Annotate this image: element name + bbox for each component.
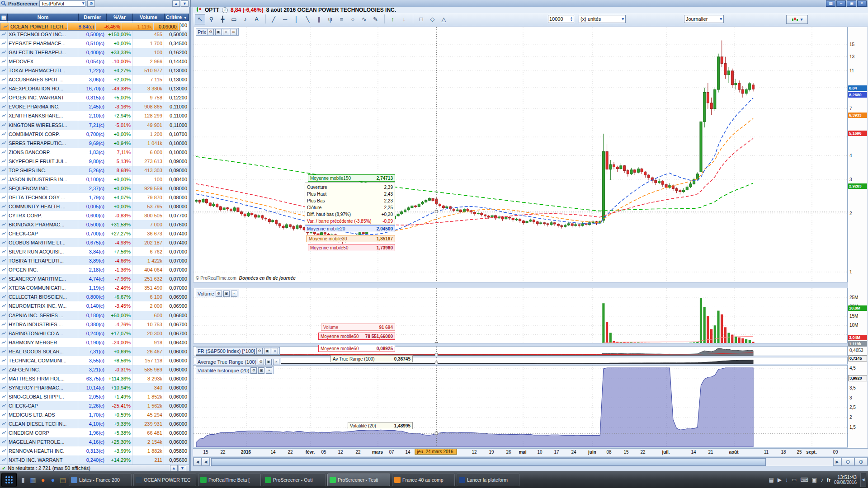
table-row[interactable]: KINGTONE WIRELESSI...7,21(c)-5,01%49 901… — [0, 121, 189, 130]
table-row[interactable]: NEUROMETRIX INC. W...0,140(c)-3,45%2 000… — [0, 301, 189, 310]
download-icon[interactable]: ↓ — [785, 477, 788, 483]
table-row[interactable]: SILVER RUN ACQUISI...3,84(c)+7,56%6 7620… — [0, 247, 189, 256]
table-row[interactable]: REAL GOODS SOLAR...7,31(c)+0,69%26 4670,… — [0, 347, 189, 356]
konsole-icon[interactable]: ▮ — [18, 474, 28, 485]
properties-icon[interactable]: ▣ — [264, 348, 270, 354]
volatility-panel-label[interactable]: Volatilité historique (20)⚙▣× — [196, 366, 274, 374]
taskbar-window-proscreener-outi[interactable]: ProScreener - Outi — [263, 474, 326, 486]
zoom-out-button[interactable]: ⊖ — [841, 458, 854, 466]
col-var[interactable]: %Var — [107, 14, 133, 21]
zoom-in-button[interactable]: ⊕ — [854, 458, 868, 466]
symbol-label[interactable]: OPTT — [205, 7, 219, 13]
freehand-icon[interactable]: ✎ — [370, 14, 381, 24]
table-row[interactable]: NXT-ID INC. WARRANT0,240(c)+14,29%2110,0… — [0, 455, 189, 465]
pointer-icon[interactable]: ↖ — [195, 14, 205, 24]
table-row[interactable]: SEANERGY MARITIME...4,74(c)-7,96%251 632… — [0, 274, 189, 283]
atr-panel[interactable] — [193, 357, 848, 364]
table-row[interactable]: OPGEN INC. WARRANT0,315(c)+5,00%9 7580,1… — [0, 93, 189, 102]
rectangle-zoom-icon[interactable]: □ — [416, 14, 426, 24]
taskbar-window-proscreener-testi[interactable]: ProScreener - Testi — [327, 474, 390, 486]
desktop-icon[interactable]: ▦ — [28, 474, 38, 485]
table-row[interactable]: ZIONS BANCORP.1,83(c)-7,11%6 0000,10000 — [0, 148, 189, 157]
table-row[interactable]: HYDRA INDUSTRIES ...0,380(c)-4,76%10 753… — [0, 320, 189, 329]
vertical-line-icon[interactable]: │ — [291, 14, 302, 24]
table-row[interactable]: EVOKE PHARMA INC.2,45(c)-3,16%908 8650,1… — [0, 102, 189, 111]
fr-panel[interactable] — [193, 346, 848, 356]
table-row[interactable]: XTERA COMMUNICATI...1,19(c)-2,46%351 490… — [0, 283, 189, 292]
taskbar-window-lancer-la-plateform[interactable]: Lancer la plateform — [457, 474, 519, 486]
segment-icon[interactable]: ╲ — [302, 14, 313, 24]
fibonacci-retracement-icon[interactable]: ≡ — [336, 14, 347, 24]
table-row[interactable]: CELLECTAR BIOSCIEN...0,800(c)+6,67%6 100… — [0, 292, 189, 301]
clipboard-icon[interactable]: ▤ — [769, 477, 774, 483]
scrollbar-track[interactable] — [210, 458, 833, 466]
price-panel-label[interactable]: Prix⚙▣×⊞ — [196, 28, 239, 36]
properties-icon[interactable]: ▣ — [265, 359, 272, 365]
table-row[interactable]: XENITH BANKSHARE...2,10(c)+2,94%128 2990… — [0, 111, 189, 120]
table-row[interactable]: SYNERGY PHARMAC...10,14(c)+10,94%3400,06… — [0, 383, 189, 392]
screener-scroll-down-button[interactable]: ▼ — [181, 0, 189, 7]
table-row[interactable]: XG TECHNOLOGY INC...0,500(c)+150,00%4550… — [0, 30, 189, 39]
keyboard-layout-indicator[interactable]: fr — [827, 477, 830, 483]
table-row[interactable]: CHECK-CAP0,700(c)+27,27%36 6730,07400 — [0, 229, 189, 238]
table-row[interactable]: SEQUENOM INC.2,37(c)+0,00%929 5590,08000 — [0, 184, 189, 193]
taskbar-window-ocean-power-tec[interactable]: OCEAN POWER TEC — [133, 474, 196, 486]
pitchfork-icon[interactable]: ψ — [325, 14, 335, 24]
table-header[interactable]: ▤ Nom Dernier %Var Volume Critère ▼ — [0, 14, 189, 21]
table-row[interactable]: SERES THERAPEUTIC...9,69(c)+0,94%1 041k0… — [0, 139, 189, 148]
screener-preset-select[interactable]: TestPblVol▾ — [39, 0, 85, 7]
minimize-button[interactable]: – — [836, 0, 846, 7]
firefox-icon[interactable]: ● — [38, 474, 48, 485]
notes-icon[interactable]: ▣ — [812, 477, 817, 483]
taskbar-window-france-40-au-comp[interactable]: France 40 au comp — [392, 474, 455, 486]
lasso-icon[interactable]: ◇ — [427, 14, 438, 24]
table-row[interactable]: COMBIMATRIX CORP.0,700(c)+0,00%1 2000,10… — [0, 130, 189, 139]
timeframe-select[interactable]: Journalier▾ — [684, 15, 724, 23]
table-row[interactable]: TOBIRA THERAPEUTI...3,89(c)-4,66%1 422k0… — [0, 256, 189, 265]
table-row[interactable]: SKYPEOPLE FRUIT JUI...9,80(c)-5,13%273 6… — [0, 157, 189, 166]
table-row[interactable]: COMMUNITY HEALTH ...0,005(c)+0,00%53 795… — [0, 202, 189, 211]
properties-icon[interactable]: ▣ — [223, 291, 230, 297]
properties-icon[interactable]: ▣ — [258, 367, 264, 374]
table-row[interactable]: GALECTIN THERAPEU...0,400(c)+33,33%1000,… — [0, 48, 189, 57]
table-row[interactable]: JASON INDUSTRIES IN...0,100(c)+0,00%1000… — [0, 175, 189, 184]
chart-style-button[interactable]: ▾ — [786, 15, 808, 24]
spinner-arrows-icon[interactable]: ▲▼ — [570, 16, 573, 22]
quantity-input[interactable]: 10000 ▲▼ — [548, 15, 574, 23]
table-row[interactable]: ZAFGEN INC.3,21(c)-0,31%585 9890,06000 — [0, 365, 189, 374]
scrollbar-thumb[interactable] — [211, 458, 766, 466]
atr-panel-label[interactable]: Average True Range (100)⚙▣× — [196, 358, 281, 366]
triangle-pattern-icon[interactable]: △ — [439, 14, 449, 24]
scroll-left-button[interactable]: ◀ — [202, 458, 210, 466]
table-row[interactable]: GLOBUS MARITIME LT...0,675(c)-4,93%202 1… — [0, 238, 189, 247]
close-icon[interactable]: × — [272, 348, 278, 354]
horizontal-line-icon[interactable]: ─ — [280, 14, 290, 24]
fr-panel-label[interactable]: FR (S&P500 Index) [*100]⚙▣× — [196, 347, 280, 355]
table-row[interactable]: BIONDVAX PHARMAC...0,500(c)+31,58%7 0000… — [0, 220, 189, 229]
units-select[interactable]: (x) unités▾ — [579, 15, 626, 23]
trend-line-icon[interactable]: ╱ — [269, 14, 279, 24]
table-row[interactable]: DELTA TECHNOLOGY ...1,79(c)+4,07%79 8700… — [0, 193, 189, 202]
text-note-icon[interactable]: A — [251, 14, 262, 24]
taskbar-window-listes-france-200[interactable]: Listes - France 200 — [69, 474, 132, 486]
wrench-icon[interactable]: ⚙ — [256, 348, 263, 354]
show-desktop-button[interactable]: ◀ — [860, 473, 866, 487]
info-icon[interactable]: i — [222, 7, 228, 13]
col-volume[interactable]: Volume — [133, 14, 165, 21]
table-row[interactable]: CAPNIA INC. SERIES ...0,180(c)+50,00%600… — [0, 311, 189, 320]
cross-cursor-icon[interactable]: ╋ — [217, 14, 228, 24]
add-icon[interactable]: ⊞ — [231, 29, 237, 35]
close-icon[interactable]: × — [231, 291, 237, 297]
table-row[interactable]: HARMONY MERGER0,190(c)-24,00%9180,06400 — [0, 338, 189, 347]
table-row[interactable]: BARINGTON/HILCO A...0,240(c)+17,07%20 30… — [0, 329, 189, 338]
taskbar-window-prorealtime-beta-[interactable]: ProRealTime Beta [ — [198, 474, 261, 486]
collapse-left-panel-button[interactable]: ◀ — [193, 458, 202, 466]
eraser-icon[interactable]: ▭ — [229, 14, 239, 24]
wrench-icon[interactable]: ⚙ — [208, 29, 214, 35]
col-critere[interactable]: Critère ▼ — [165, 14, 189, 21]
volume-panel[interactable] — [193, 288, 848, 343]
table-row[interactable]: TECHNICAL COMMUNI...3,55(c)+8,56%157 118… — [0, 356, 189, 365]
table-row[interactable]: MEDIGUS LTD. ADS1,70(c)+0,59%45 2940,060… — [0, 410, 189, 419]
status-up-button[interactable]: ▲ — [170, 465, 178, 471]
display-icon[interactable]: ▭ — [792, 477, 797, 483]
